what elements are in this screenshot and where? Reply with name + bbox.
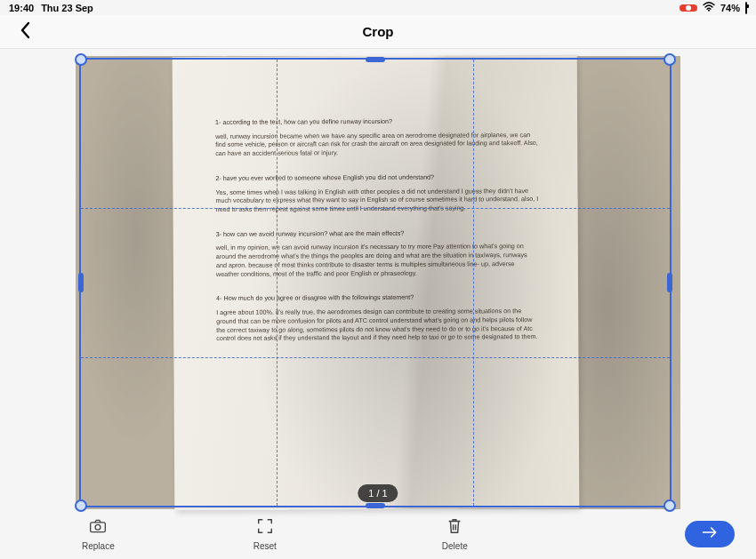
- crop-gridline: [277, 60, 277, 506]
- bottom-toolbar: Replace Reset Delete: [0, 513, 756, 559]
- page-title: Crop: [363, 24, 394, 39]
- crop-gridline: [81, 357, 670, 358]
- svg-point-0: [708, 10, 710, 12]
- crop-frame[interactable]: [79, 58, 672, 507]
- status-date: Thu 23 Sep: [41, 3, 93, 13]
- crop-gridline: [81, 208, 670, 209]
- status-bar: 19:40 Thu 23 Sep 74%: [0, 0, 756, 15]
- scanned-image[interactable]: 1- according to the text, how can you de…: [76, 56, 680, 509]
- svg-rect-1: [91, 523, 106, 532]
- trash-icon: [446, 517, 463, 539]
- crop-handle-edge[interactable]: [78, 273, 84, 292]
- crop-handle-corner[interactable]: [75, 499, 87, 512]
- crop-handle-edge[interactable]: [366, 57, 385, 62]
- header-bar: Crop: [0, 15, 756, 49]
- next-button[interactable]: [685, 521, 735, 547]
- crop-gridline: [473, 60, 474, 506]
- expand-icon: [256, 517, 274, 539]
- crop-canvas: 1- according to the text, how can you de…: [0, 49, 756, 513]
- delete-label: Delete: [442, 541, 468, 551]
- arrow-right-icon: [701, 525, 719, 543]
- page-indicator: 1 / 1: [358, 484, 398, 502]
- crop-handle-corner[interactable]: [75, 53, 87, 66]
- reset-label: Reset: [253, 541, 277, 551]
- crop-handle-edge[interactable]: [667, 273, 672, 292]
- crop-handle-edge[interactable]: [366, 503, 385, 508]
- camera-icon: [89, 517, 107, 539]
- replace-button[interactable]: Replace: [75, 515, 122, 553]
- reset-button[interactable]: Reset: [246, 515, 284, 553]
- crop-handle-corner[interactable]: [664, 499, 676, 512]
- status-time: 19:40: [9, 3, 34, 13]
- svg-point-2: [95, 524, 101, 530]
- battery-percent: 74%: [720, 3, 740, 13]
- back-button[interactable]: [12, 18, 39, 46]
- screen-record-indicator: [680, 4, 697, 12]
- replace-label: Replace: [82, 541, 115, 551]
- delete-button[interactable]: Delete: [435, 515, 475, 553]
- wifi-icon: [703, 2, 715, 13]
- battery-icon: [745, 3, 747, 13]
